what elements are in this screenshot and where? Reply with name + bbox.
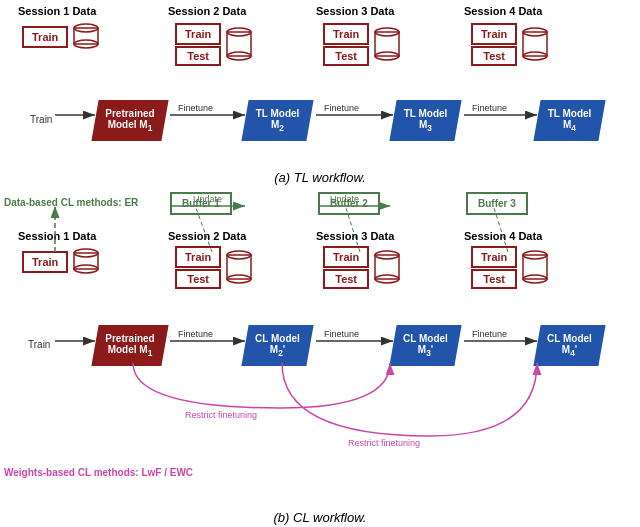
cl-model-3: CL ModelM3' (389, 325, 461, 366)
svg-text:Restrict finetuning: Restrict finetuning (185, 410, 257, 420)
session3-cylinder-b (372, 250, 402, 286)
session2-train-box-a: Train (175, 23, 221, 45)
session1-cylinder-b (71, 248, 101, 276)
session4-data-b: Train Test (471, 246, 550, 289)
section-a-label: (a) TL workflow. (0, 170, 640, 185)
session3-train-box-b: Train (323, 246, 369, 268)
session3-test-box-a: Test (323, 46, 369, 66)
tl-model-3: TL ModelM3 (389, 100, 461, 141)
cl-model-4: CL ModelM4' (533, 325, 605, 366)
session2-test-box-b: Test (175, 269, 221, 289)
svg-text:Finetune: Finetune (324, 103, 359, 113)
session2-boxes-a: Train Test (175, 23, 221, 66)
session2-cylinder-a (224, 27, 254, 63)
session3-header-b: Session 3 Data (316, 230, 394, 242)
data-based-label: Data-based CL methods: ER (4, 196, 138, 209)
session1-train-box-a: Train (22, 26, 68, 48)
session3-boxes-a: Train Test (323, 23, 369, 66)
session4-data-a: Train Test (471, 23, 550, 66)
weights-based-label: Weights-based CL methods: LwF / EWC (4, 466, 193, 479)
session3-cylinder-a (372, 27, 402, 63)
session2-header-a: Session 2 Data (168, 5, 246, 17)
session4-test-box-a: Test (471, 46, 517, 66)
section-b-label: (b) CL workflow. (0, 510, 640, 525)
svg-text:Finetune: Finetune (324, 329, 359, 339)
session1-cylinder-a (71, 23, 101, 51)
cl-model-2-label: CL ModelM2' (255, 333, 300, 358)
session2-header-b: Session 2 Data (168, 230, 246, 242)
session1-data-a: Train (22, 23, 101, 51)
session2-train-box-b: Train (175, 246, 221, 268)
svg-text:Finetune: Finetune (178, 103, 213, 113)
pretrained-model-label: PretrainedModel M1 (101, 108, 159, 133)
session4-boxes-b: Train Test (471, 246, 517, 289)
buffer-2: Buffer 2 (318, 192, 380, 215)
session4-cylinder-a (520, 27, 550, 63)
session4-test-box-b: Test (471, 269, 517, 289)
buffer-3: Buffer 3 (466, 192, 528, 215)
pretrained-model-b-label: PretrainedModel M1 (101, 333, 159, 358)
svg-text:Train: Train (30, 114, 52, 125)
session1-data-b: Train (22, 248, 101, 276)
session3-data-b: Train Test (323, 246, 402, 289)
session2-data-b: Train Test (175, 246, 254, 289)
session2-cylinder-b (224, 250, 254, 286)
session1-header-a: Session 1 Data (18, 5, 96, 17)
buffer-1: Buffer 1 (170, 192, 232, 215)
session4-header-b: Session 4 Data (464, 230, 542, 242)
tl-model-2: TL ModelM2 (241, 100, 313, 141)
tl-model-4-label: TL ModelM4 (547, 108, 592, 133)
cl-model-3-label: CL ModelM3' (403, 333, 448, 358)
session1-train-box-b: Train (22, 251, 68, 273)
tl-model-2-label: TL ModelM2 (255, 108, 300, 133)
session2-data-a: Train Test (175, 23, 254, 66)
cl-model-2: CL ModelM2' (241, 325, 313, 366)
pretrained-model-a: PretrainedModel M1 (91, 100, 168, 141)
session3-header-a: Session 3 Data (316, 5, 394, 17)
session2-boxes-b: Train Test (175, 246, 221, 289)
session4-cylinder-b (520, 250, 550, 286)
session3-test-box-b: Test (323, 269, 369, 289)
session3-data-a: Train Test (323, 23, 402, 66)
session4-boxes-a: Train Test (471, 23, 517, 66)
svg-text:Train: Train (28, 339, 50, 350)
session4-train-box-a: Train (471, 23, 517, 45)
svg-text:Finetune: Finetune (178, 329, 213, 339)
session4-train-box-b: Train (471, 246, 517, 268)
section-a: Session 1 Data Session 2 Data Session 3 … (0, 5, 640, 185)
pretrained-model-b: PretrainedModel M1 (91, 325, 168, 366)
svg-text:Finetune: Finetune (472, 329, 507, 339)
cl-model-4-label: CL ModelM4' (547, 333, 592, 358)
session3-train-box-a: Train (323, 23, 369, 45)
svg-text:Finetune: Finetune (472, 103, 507, 113)
session4-header-a: Session 4 Data (464, 5, 542, 17)
svg-text:Restrict finetuning: Restrict finetuning (348, 438, 420, 448)
diagram-container: Session 1 Data Session 2 Data Session 3 … (0, 0, 640, 527)
session3-boxes-b: Train Test (323, 246, 369, 289)
session2-test-box-a: Test (175, 46, 221, 66)
tl-model-4: TL ModelM4 (533, 100, 605, 141)
section-b: Data-based CL methods: ER Buffer 1 Buffe… (0, 188, 640, 527)
session1-header-b: Session 1 Data (18, 230, 96, 242)
tl-model-3-label: TL ModelM3 (403, 108, 448, 133)
